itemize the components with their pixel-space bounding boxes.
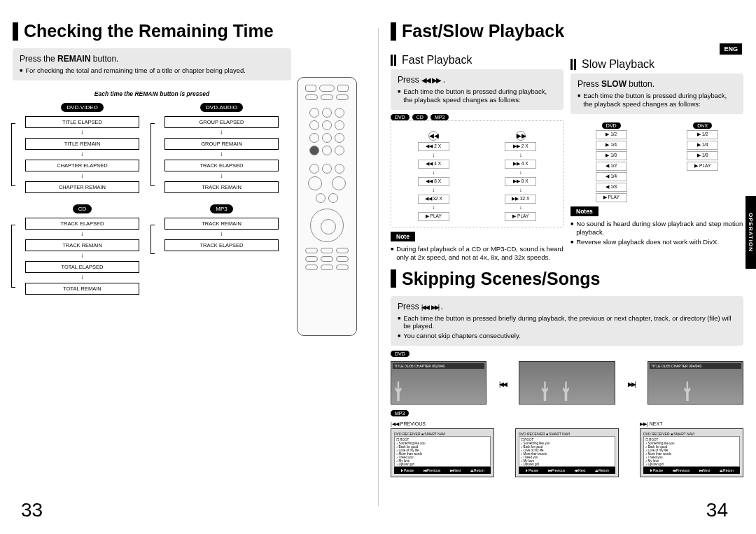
- speed-step: ▶▶ 4 X: [505, 160, 536, 169]
- dpad-icon: [310, 209, 344, 242]
- speed-step: ◀ 1/4: [596, 172, 627, 181]
- speed-step: ◀◀ 4 X: [418, 160, 449, 169]
- page-number-left: 33: [21, 499, 43, 521]
- arrow-down-icon: ↓: [220, 150, 223, 157]
- loop-line-icon: [11, 123, 15, 186]
- speed-step: ▶▶ 2 X: [505, 142, 536, 151]
- rewind-icon: [421, 76, 430, 84]
- instr-bullet: For checking the total and remaining tim…: [20, 66, 284, 75]
- speed-step: ◀ 1/8: [596, 183, 627, 192]
- loop-line-icon: [150, 123, 155, 186]
- section-title-fastslow: Fast/Slow Playback: [402, 21, 564, 41]
- remain-caption: Each time the REMAIN button is pressed: [13, 90, 291, 97]
- speed-step: ▶▶ 8 X: [505, 177, 536, 186]
- pill-dvd-video: DVD-VIDEO: [61, 103, 103, 112]
- speed-step: ▶▶ 32 X: [505, 195, 536, 204]
- instr-pre: Press: [578, 79, 601, 89]
- step-box: TRACK ELAPSED: [164, 239, 279, 251]
- speed-step: ▶ PLAY: [505, 212, 536, 221]
- arrow-down-icon: ↓: [80, 251, 84, 259]
- step-box: TRACK REMAIN: [164, 181, 279, 193]
- mp3-footer: ⏵Pause⏮Previous⏭Next⏏Return: [394, 467, 491, 474]
- pill-dvd: DVD: [602, 122, 621, 129]
- page-34: Fast/Slow Playback Fast Playback Press .…: [378, 0, 756, 534]
- step-box: TOTAL REMAIN: [25, 283, 139, 295]
- speed-step: ▶ 1/2: [596, 130, 627, 139]
- notes-badge: Notes: [570, 206, 598, 216]
- speed-step: ▶ 1/8: [687, 151, 718, 160]
- pill-dvd: DVD: [391, 114, 410, 120]
- arrow-down-icon: ↓: [80, 273, 84, 281]
- pill-cd: CD: [412, 114, 428, 120]
- step-box: CHAPTER ELAPSED↓: [25, 160, 139, 171]
- speed-step: ▶ 1/4: [687, 141, 718, 150]
- step-box: CHAPTER REMAIN: [25, 181, 139, 193]
- pill-divx: DivX: [693, 122, 712, 129]
- mp3-screenshot-thumb: DVD RECEIVER ■ SMART NAVI ☐ ROOT ♪ Somet…: [640, 428, 743, 477]
- section-title-skip: Skipping Scenes/Songs: [402, 269, 600, 289]
- speed-step: ▶ PLAY: [418, 212, 449, 221]
- mp3-item: ♪ Uptown girl: [521, 463, 613, 466]
- pill-mp3: MP3: [391, 410, 409, 416]
- step-box: TOTAL ELAPSED↓: [25, 261, 139, 273]
- fast-speed-diagram: ◀◀ ◀◀ 2 X↓ ◀◀ 4 X↓ ◀◀ 8 X↓ ◀◀ 32 X↓ ▶ PL…: [391, 120, 564, 227]
- step-box: GROUP REMAIN↓: [164, 138, 279, 150]
- overlay-text: TITLE 01/05 CHAPTER 004/040: [650, 363, 741, 369]
- loop-line-icon: [11, 225, 15, 288]
- pill-dvd: DVD: [391, 351, 410, 357]
- step-box: TRACK REMAIN↓: [164, 218, 279, 230]
- slow-note2: Reverse slow playback does not work with…: [570, 238, 743, 246]
- arrow-down-icon: ↓: [220, 171, 223, 179]
- pill-cd: CD: [73, 204, 92, 213]
- note-badge: Note: [391, 232, 415, 241]
- fast-playback-block: Fast Playback Press . Each time the butt…: [391, 48, 564, 262]
- loop-line-icon: [150, 225, 155, 254]
- fast-note: During fast playback of a CD or MP3-CD, …: [391, 245, 564, 262]
- speed-step: ▶ 1/4: [596, 141, 627, 150]
- skip-prev-icon: [421, 304, 428, 311]
- instruction-box-remain: Press the REMAIN button. For checking th…: [13, 48, 291, 80]
- pill-mp3: MP3: [430, 114, 449, 120]
- speed-step: ◀◀ 2 X: [418, 142, 449, 151]
- subtitle-fast: Fast Playback: [402, 54, 472, 66]
- section-bar-icon: [391, 22, 396, 41]
- subtitle-slow: Slow Playback: [582, 58, 654, 71]
- step-box: TITLE ELAPSED↓: [25, 116, 139, 128]
- arrow-down-icon: ↓: [220, 128, 223, 136]
- slow-bullet: Each time the button is pressed during p…: [578, 92, 736, 108]
- speed-step: ▶ 1/8: [596, 151, 627, 160]
- page-number-right: 34: [706, 499, 728, 521]
- dvd-screenshot-thumb: TITLE 01/05 CHAPTER 002/040: [391, 361, 486, 405]
- speed-step: ◀◀ 32 X: [418, 195, 449, 204]
- mp3-footer: ⏵Pause⏮Previous⏭Next⏏Return: [643, 467, 740, 474]
- instr-bold: REMAIN: [57, 54, 90, 64]
- step-box: TITLE REMAIN↓: [25, 138, 139, 150]
- overlay-text: TITLE 01/05 CHAPTER 002/040: [393, 363, 484, 369]
- speed-step: ▶ 1/2: [687, 130, 718, 139]
- arrow-down-icon: ↓: [80, 171, 84, 179]
- speed-step: ▶ PLAY: [596, 193, 627, 202]
- arrow-down-icon: ↓: [80, 230, 84, 237]
- sub-bar-icon: [391, 55, 398, 66]
- fast-instr-box: Press . Each time the button is pressed …: [391, 69, 564, 110]
- skip-next-icon: [431, 304, 438, 311]
- section-bar-icon: [391, 269, 396, 288]
- fastforward-icon: [432, 76, 440, 84]
- instr-title: Press the REMAIN button.: [20, 54, 284, 64]
- cactus-icon: [561, 381, 570, 401]
- instr-post: button.: [90, 54, 118, 64]
- arrow-down-icon: ↓: [80, 128, 84, 136]
- slow-note1: No sound is heard during slow playback a…: [570, 220, 743, 237]
- mp3-footer: ⏵Pause⏮Previous⏭Next⏏Return: [519, 467, 615, 474]
- mp3-screenshot-thumb: DVD RECEIVER ■ SMART NAVI ☐ ROOT ♪ Somet…: [515, 428, 619, 477]
- step-box: TRACK REMAIN↓: [25, 239, 139, 251]
- mp3-next-label: ▶▶| NEXT: [640, 421, 743, 427]
- instr-post: button.: [626, 79, 654, 89]
- step-box: TRACK ELAPSED↓: [164, 160, 279, 171]
- cactus-icon: [394, 381, 402, 401]
- speed-step: ▶ PLAY: [687, 162, 718, 171]
- step-box: GROUP ELAPSED↓: [164, 116, 279, 128]
- instr-bold: SLOW: [601, 79, 626, 89]
- arrow-down-icon: ↓: [220, 230, 223, 237]
- mp3-item: ♪ Uptown girl: [396, 463, 489, 466]
